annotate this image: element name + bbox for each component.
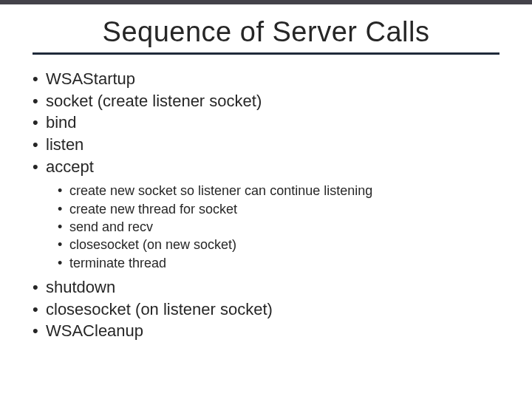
list-item: listen (33, 134, 499, 156)
slide-title: Sequence of Server Calls (33, 16, 499, 48)
sub-list: create new socket so listener can contin… (33, 182, 499, 271)
slide-body: Sequence of Server Calls WSAStartup sock… (0, 16, 532, 342)
list-item: WSACleanup (33, 320, 499, 342)
list-item: accept (33, 156, 499, 178)
sub-list-item: send and recv (58, 218, 499, 236)
top-accent-strip (0, 0, 532, 4)
main-list-continued: shutdown closesocket (on listener socket… (33, 276, 499, 342)
title-rule (33, 52, 499, 55)
list-item: closesocket (on listener socket) (33, 299, 499, 321)
list-item: socket (create listener socket) (33, 90, 499, 112)
list-item: shutdown (33, 276, 499, 299)
main-list: WSAStartup socket (create listener socke… (33, 68, 499, 177)
sub-list-item: create new socket so listener can contin… (58, 182, 499, 200)
sub-list-item: create new thread for socket (58, 200, 499, 218)
sub-list-item: terminate thread (58, 254, 499, 272)
sub-list-item: closesocket (on new socket) (58, 236, 499, 253)
list-item: WSAStartup (33, 68, 499, 90)
list-item: bind (33, 112, 499, 134)
